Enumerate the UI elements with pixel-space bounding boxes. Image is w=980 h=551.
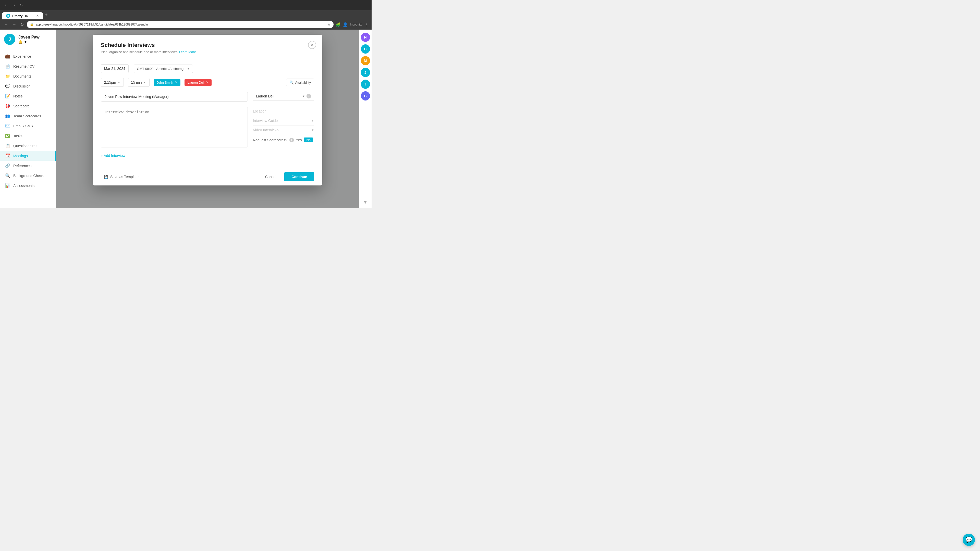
sidebar-item-team-scorecards[interactable]: 👥 Team Scorecards [0, 111, 56, 121]
new-tab-button[interactable]: + [43, 11, 50, 19]
remove-attendee-2[interactable]: ✕ [206, 81, 208, 84]
video-interview-field[interactable]: Video Interview? ▼ [253, 125, 314, 135]
time-chevron: ▼ [118, 81, 121, 84]
duration-value: 15 min [131, 80, 142, 84]
right-avatar-m[interactable]: M [361, 56, 370, 65]
date-picker[interactable]: Mar 21, 2024 [101, 64, 129, 73]
no-badge[interactable]: No [304, 138, 313, 142]
discussion-label: Discussion [13, 84, 30, 88]
duration-chevron: ▼ [143, 81, 146, 84]
sidebar: J Joven Paw 🔔 ★ 💼 Experience 📄 Resume / … [0, 30, 56, 208]
sidebar-item-assessments[interactable]: 📊 Assessments [0, 181, 56, 191]
toolbar-icons: 🧩 👤 Incognito ⋮ [336, 22, 369, 27]
active-tab[interactable]: B Breezy HR ✕ [2, 12, 43, 19]
availability-button[interactable]: 🔍 Availability [286, 79, 314, 86]
sidebar-item-discussion[interactable]: 💬 Discussion [0, 81, 56, 91]
interviewer-chevron: ▼ [302, 95, 305, 98]
sidebar-item-background-checks[interactable]: 🔍 Background Checks [0, 171, 56, 181]
right-sidebar-scroll-down[interactable]: ▼ [363, 200, 368, 205]
location-field[interactable]: Location [253, 106, 314, 116]
right-avatar-j2[interactable]: J [361, 79, 370, 89]
user-name: Joven Paw [18, 35, 40, 40]
resume-label: Resume / CV [13, 64, 35, 68]
tab-favicon: B [6, 14, 10, 18]
nav-reload[interactable]: ↻ [19, 21, 25, 28]
attendee-name-2: Lauren Deli [188, 81, 205, 84]
back-button[interactable]: ← [3, 2, 9, 8]
experience-label: Experience [13, 54, 31, 59]
reload-button[interactable]: ↻ [18, 2, 24, 9]
modal-backdrop: Schedule Interviews Plan, organize and s… [56, 30, 359, 208]
sidebar-item-tasks[interactable]: ✅ Tasks [0, 131, 56, 141]
extensions-icon[interactable]: 🧩 [336, 22, 341, 27]
nav-back[interactable]: ← [3, 21, 9, 28]
interviewer-info-icon[interactable]: i [307, 94, 311, 98]
modal-close-button[interactable]: ✕ [308, 41, 316, 49]
right-avatar-c[interactable]: C [361, 44, 370, 54]
duration-select[interactable]: 15 min ▼ [128, 78, 150, 87]
forward-button[interactable]: → [11, 2, 17, 8]
notes-icon: 📝 [5, 94, 10, 98]
add-interview-button[interactable]: + Add Interview [101, 151, 314, 160]
notification-icon[interactable]: 🔔 [18, 40, 22, 44]
documents-label: Documents [13, 74, 32, 78]
nav-forward[interactable]: → [11, 21, 18, 28]
time-select[interactable]: 2:15pm ▼ [101, 78, 124, 87]
team-scorecards-icon: 👥 [5, 114, 10, 118]
modal-subtitle: Plan, organize and schedule one or more … [101, 50, 314, 54]
right-avatar-n[interactable]: N [361, 33, 370, 42]
interview-guide-field[interactable]: Interview Guide ▼ [253, 116, 314, 125]
modal-title: Schedule Interviews [101, 42, 314, 48]
right-panel: Lauren Deli ▼ i [253, 92, 314, 102]
sidebar-item-meetings[interactable]: 📅 Meetings [0, 151, 56, 161]
scorecard-icon: 🎯 [5, 103, 10, 108]
tab-close-button[interactable]: ✕ [36, 14, 39, 17]
star-icon[interactable]: ★ [24, 40, 27, 44]
save-template-button[interactable]: 💾 Save as Template [101, 173, 142, 181]
sidebar-item-scorecard[interactable]: 🎯 Scorecard [0, 101, 56, 111]
sidebar-item-resume[interactable]: 📄 Resume / CV [0, 61, 56, 71]
tasks-label: Tasks [13, 134, 22, 138]
sidebar-nav: 💼 Experience 📄 Resume / CV 📁 Documents 💬… [0, 49, 56, 192]
interview-title-input[interactable] [101, 92, 248, 102]
sidebar-item-references[interactable]: 🔗 References [0, 161, 56, 171]
timezone-value: GMT-08:00 - America/Anchorage [137, 67, 186, 71]
bookmark-icon[interactable]: ★ [327, 22, 331, 27]
yes-label: Yes [296, 138, 302, 142]
timezone-chevron: ▼ [187, 67, 190, 70]
url-text: app.breezy.hr/app/c/moodjoy/p/59357218dc… [36, 23, 325, 26]
remove-attendee-1[interactable]: ✕ [175, 81, 177, 84]
address-bar[interactable]: 🔒 app.breezy.hr/app/c/moodjoy/p/59357218… [27, 21, 334, 28]
scorecard-label: Scorecard [13, 104, 30, 108]
scorecards-info-icon[interactable]: i [290, 138, 294, 142]
sidebar-item-email-sms[interactable]: ✉️ Email / SMS [0, 121, 56, 131]
learn-more-link[interactable]: Learn More [179, 50, 196, 54]
documents-icon: 📁 [5, 74, 10, 79]
profile-icon[interactable]: 👤 [343, 22, 348, 27]
sidebar-header: J Joven Paw 🔔 ★ [0, 30, 56, 49]
sidebar-item-experience[interactable]: 💼 Experience [0, 51, 56, 61]
right-avatar-b[interactable]: B [361, 91, 370, 100]
search-icon: 🔍 [290, 80, 294, 84]
continue-button[interactable]: Continue [284, 172, 314, 181]
questionnaires-label: Questionnaires [13, 144, 37, 148]
background-checks-label: Background Checks [13, 174, 45, 178]
description-textarea[interactable] [101, 106, 248, 148]
sidebar-item-documents[interactable]: 📁 Documents [0, 71, 56, 81]
timezone-picker[interactable]: GMT-08:00 - America/Anchorage ▼ [134, 65, 193, 73]
sidebar-item-notes[interactable]: 📝 Notes [0, 91, 56, 101]
background-checks-icon: 🔍 [5, 173, 10, 178]
sidebar-item-questionnaires[interactable]: 📋 Questionnaires [0, 141, 56, 151]
cancel-button[interactable]: Cancel [260, 172, 282, 181]
attendee-john-smith[interactable]: John Smith ✕ [154, 79, 180, 86]
tab-bar: B Breezy HR ✕ + [0, 10, 372, 19]
right-avatar-j1[interactable]: J [361, 68, 370, 77]
menu-icon[interactable]: ⋮ [364, 22, 369, 27]
attendee-lauren-deli[interactable]: Lauren Deli ✕ [185, 79, 212, 86]
user-action-icons: 🔔 ★ [18, 40, 40, 44]
time-value: 2:15pm [104, 80, 116, 84]
questionnaires-icon: 📋 [5, 143, 10, 148]
interviewer-select[interactable]: Lauren Deli ▼ i [253, 92, 314, 101]
incognito-label: Incognito [350, 23, 363, 26]
email-sms-icon: ✉️ [5, 124, 10, 128]
